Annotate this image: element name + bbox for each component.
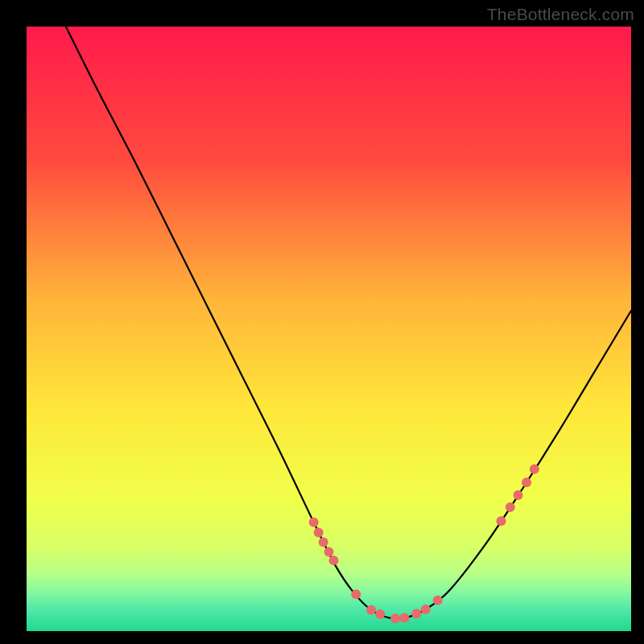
marker-point xyxy=(514,490,523,500)
marker-point xyxy=(411,609,421,618)
chart-frame: TheBottleneck.com xyxy=(0,0,644,644)
marker-point xyxy=(314,528,324,538)
attribution-text: TheBottleneck.com xyxy=(487,5,634,24)
gradient-background xyxy=(27,27,631,631)
marker-point xyxy=(399,613,409,622)
marker-point xyxy=(366,605,376,615)
marker-point xyxy=(319,538,328,547)
marker-point xyxy=(309,518,319,527)
marker-point xyxy=(351,589,361,599)
marker-point xyxy=(324,547,334,557)
marker-point xyxy=(497,516,506,526)
marker-point xyxy=(329,555,339,565)
marker-point xyxy=(375,609,385,619)
marker-point xyxy=(390,613,400,623)
plot-area xyxy=(27,27,631,631)
marker-point xyxy=(433,596,443,605)
marker-point xyxy=(506,502,515,512)
chart-svg xyxy=(27,27,631,631)
marker-point xyxy=(522,477,531,487)
marker-point xyxy=(530,464,539,474)
marker-point xyxy=(421,605,431,614)
